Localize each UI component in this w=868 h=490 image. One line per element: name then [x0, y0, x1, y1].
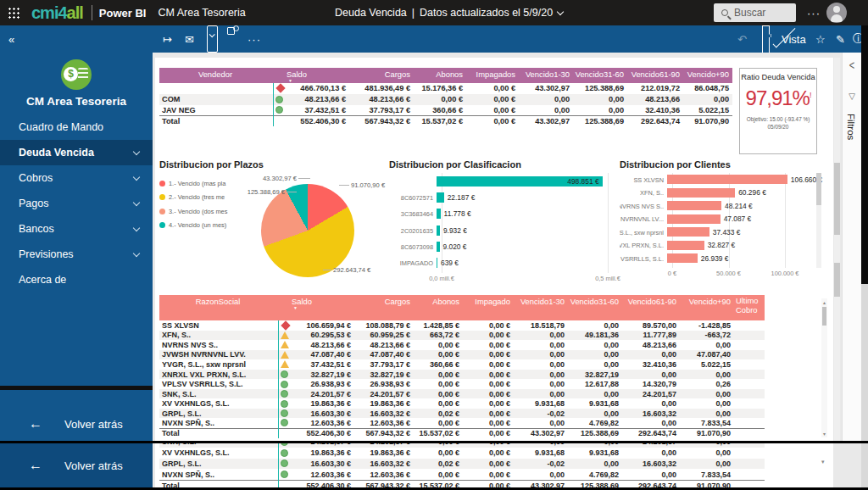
legend-item[interactable]: 2.- Vencido (tres me: [159, 191, 227, 205]
column-header[interactable]: Saldo▼: [278, 295, 354, 320]
legend-item[interactable]: 4.- Vencido (un mes): [159, 219, 227, 233]
legend-item[interactable]: 3.- Vencido (dos mes: [159, 204, 227, 219]
bar[interactable]: [437, 226, 440, 236]
table-row[interactable]: NVRNS NVS S..48.213,66 €48.213,66 €0,00 …: [159, 340, 765, 350]
ratio-kpi-card[interactable]: Ratio Deuda Vencida 97,91%! Objetivo: 15…: [739, 68, 817, 154]
column-header[interactable]: Impagados: [466, 68, 519, 83]
bar-row[interactable]: 3C368346411.778 €: [389, 206, 613, 222]
table-row[interactable]: NVXN SPÑ, S..12.603,36 €12.603,36 €0,00 …: [159, 469, 765, 480]
bar-row[interactable]: VPLSV VSRRLLS, S.L.26.939 €: [620, 252, 823, 265]
back-button[interactable]: ← Volver atrás: [0, 443, 153, 487]
column-header[interactable]: Vencido31-60: [573, 68, 627, 83]
bar[interactable]: [667, 227, 709, 237]
page-scrollbar[interactable]: [834, 58, 840, 441]
bar[interactable]: [437, 258, 437, 268]
column-header[interactable]: Vencido+90: [683, 68, 732, 83]
sidebar-item-acerca-de[interactable]: Acerca de: [0, 267, 153, 292]
table-row[interactable]: XV VXHNLGS, S.L.19.863,36 €19.863,36 €0,…: [159, 448, 765, 459]
table-row[interactable]: YVGR, S.L., sxw nprsnl37.432,51 €37.793,…: [159, 359, 765, 370]
bar-row[interactable]: JVWSH NVRNVNL LV...47.087 €: [620, 213, 823, 226]
bar[interactable]: [667, 175, 787, 184]
comment-icon[interactable]: [207, 25, 218, 53]
popout-icon[interactable]: ↦: [163, 25, 172, 53]
edit-pencil-icon[interactable]: ✎: [836, 25, 845, 53]
column-header[interactable]: RazonSocial: [159, 295, 278, 320]
brand-logo[interactable]: cmi4all: [31, 1, 83, 25]
search-input[interactable]: Buscar: [714, 3, 796, 22]
table-row[interactable]: NVXN SPÑ, S..12.603,36 €12.603,36 €0,00 …: [159, 418, 765, 428]
sidebar-item-cobros[interactable]: Cobros: [0, 165, 153, 191]
table-scrollbar[interactable]: ▴ ▾: [821, 298, 827, 437]
workspace-name[interactable]: CM Area Tesoreria: [158, 7, 245, 19]
column-header[interactable]: Cargos: [354, 295, 414, 320]
back-button[interactable]: ← Volver atrás: [0, 407, 153, 441]
app-launcher-icon[interactable]: [8, 7, 19, 19]
column-header[interactable]: Vencido+90: [680, 295, 734, 320]
filters-pane-collapsed[interactable]: < ▽ Filtros: [842, 53, 861, 441]
bar-row[interactable]: 2C02016359.932 €: [389, 222, 613, 238]
avatar[interactable]: [826, 3, 847, 23]
table-row[interactable]: XV VXHNLGS, S.L.19.863,36 €19.863,36 €0,…: [159, 398, 765, 409]
teams-icon[interactable]: [227, 25, 237, 53]
bar-row[interactable]: XNRXL VXL PRXN, S.L.32.827 €: [620, 239, 823, 253]
chevron-down-icon[interactable]: [557, 8, 564, 14]
collapse-sidebar-icon[interactable]: «: [8, 25, 14, 53]
column-header[interactable]: Vencido61-90: [627, 68, 683, 83]
undo-icon[interactable]: ↶: [737, 25, 747, 53]
expand-pane-icon[interactable]: <: [843, 58, 861, 72]
scrollbar-thumb[interactable]: [822, 307, 826, 326]
table-row[interactable]: COM48.213,66 €48.213,66 €0,00 €0,00 €0,0…: [159, 94, 732, 105]
bar-row[interactable]: 8C607257122.187 €: [389, 189, 613, 205]
table-row[interactable]: JAV NEG37.432,51 €37.793,17 €360,66 €0,0…: [159, 105, 732, 116]
bar[interactable]: 498.851 €: [437, 176, 603, 187]
table-row[interactable]: XFN, S..60.295,53 €60.959,25 €663,72 €0,…: [159, 331, 765, 341]
column-header[interactable]: Cargos: [349, 68, 414, 83]
column-header[interactable]: Vencido1-30: [514, 295, 568, 320]
column-header[interactable]: Vencido1-30: [519, 68, 573, 83]
bar[interactable]: [437, 209, 441, 219]
table-row[interactable]: VPLSV VSRRLLS, S.L.26.938,93 €26.938,93 …: [159, 379, 765, 389]
bar-row[interactable]: SS XLVSN106.660 €: [620, 173, 823, 187]
table-row[interactable]: 466.760,13 €481.936,49 €15.176,36 €0,00 …: [159, 83, 732, 94]
bar-row[interactable]: NVRNS NVS S..48.214 €: [620, 199, 823, 213]
sidebar-item-bancos[interactable]: Bancos: [0, 216, 153, 242]
pie-chart[interactable]: [261, 184, 354, 277]
bar[interactable]: [667, 188, 735, 198]
column-header[interactable]: Abonos: [414, 295, 463, 320]
table-row[interactable]: SNK, S.L.24.201,57 €24.201,57 €0,00 €0,0…: [159, 389, 765, 399]
toolbar-more-icon[interactable]: ···: [248, 25, 261, 53]
scroll-down-icon[interactable]: ▾: [821, 459, 825, 465]
bar[interactable]: [667, 253, 698, 263]
legend-item[interactable]: 1.- Vencido (mas pla: [159, 176, 227, 191]
column-header[interactable]: Impagado: [463, 295, 514, 320]
bar-row[interactable]: 8C60730989.020 €: [389, 238, 613, 254]
column-header[interactable]: Vencido31-60: [568, 295, 622, 320]
bar[interactable]: [437, 192, 444, 203]
bar-row[interactable]: YVGR, S.L., sxw nprsnl37.433 €: [620, 226, 823, 239]
column-header[interactable]: Vencido61-90: [622, 295, 680, 320]
bar-row[interactable]: IMPAGADO639 €: [389, 254, 613, 270]
bar[interactable]: [667, 241, 704, 250]
table-row[interactable]: GRPL, S.L.16.603,30 €16.603,32 €0,02 €0,…: [159, 459, 765, 470]
column-header[interactable]: Vendedor: [159, 68, 273, 83]
bar[interactable]: [667, 214, 721, 224]
column-header[interactable]: Ultimo Cobro: [734, 295, 765, 320]
chart-scrollbar[interactable]: [816, 173, 821, 268]
table-row[interactable]: GRPL, S.L.16.603,30 €16.603,32 €0,02 €0,…: [159, 409, 765, 419]
favorite-star-icon[interactable]: ☆: [815, 25, 826, 53]
mail-icon[interactable]: ✉: [185, 25, 194, 53]
more-options-icon[interactable]: ···: [807, 0, 821, 25]
bar-row[interactable]: 498.851 €: [389, 173, 613, 189]
page-info[interactable]: Deuda Vencida | Datos actualizados el 5/…: [335, 0, 563, 25]
sidebar-item-pagos[interactable]: Pagos: [0, 191, 153, 216]
column-header[interactable]: Saldo▼: [273, 68, 349, 83]
bar-row[interactable]: XFN, S..60.296 €: [620, 187, 823, 200]
sidebar-item-previsiones[interactable]: Previsiones: [0, 242, 153, 267]
sidebar-item-cuadro-de-mando[interactable]: Cuadro de Mando: [0, 114, 153, 140]
column-header[interactable]: Abonos: [414, 68, 466, 83]
product-name[interactable]: Power BI: [99, 7, 147, 19]
table-row[interactable]: JVWSH NVRNVNL LVV.47.087,40 €47.087,40 €…: [159, 350, 765, 360]
bookmark-icon[interactable]: [762, 25, 770, 53]
bar[interactable]: [437, 242, 440, 252]
table-row[interactable]: XNRXL VXL PRXN, S.L.32.827,19 €32.827,19…: [159, 370, 765, 380]
